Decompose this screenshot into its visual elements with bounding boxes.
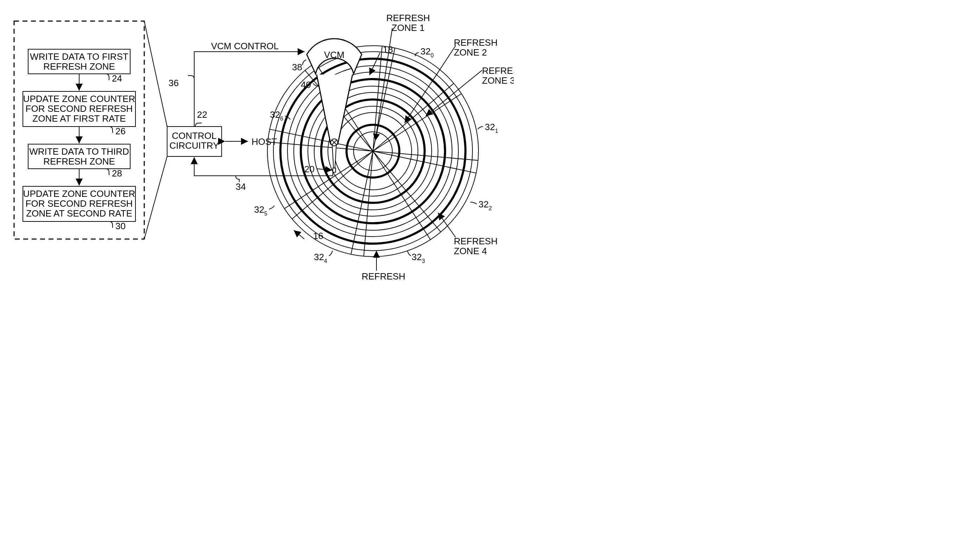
vcm-control-line: VCM CONTROL 36 <box>168 41 305 127</box>
s323s: 3 <box>422 258 425 264</box>
svg-text:322: 322 <box>479 199 492 211</box>
zonen-label: REFRESH <box>362 271 405 281</box>
flow-step2-text: UPDATE ZONE COUNTER <box>23 93 135 104</box>
diagram: WRITE DATA TO FIRSTREFRESH ZONE 24 UPDAT… <box>0 0 514 281</box>
svg-text:REFRESHZONE 2: REFRESHZONE 2 <box>454 37 498 58</box>
s325s: 5 <box>264 210 267 217</box>
s324: 32 <box>314 252 324 262</box>
svg-text:UPDATE ZONE COUNTERFOR SECOND : UPDATE ZONE COUNTERFOR SECOND REFRESHZON… <box>23 93 135 124</box>
s321: 32 <box>485 122 495 132</box>
flow-ref-24: 24 <box>112 73 122 84</box>
flow-ref-30: 30 <box>116 221 125 231</box>
ref-18: 18 <box>383 44 393 55</box>
svg-text:323: 323 <box>412 252 425 264</box>
disk: REFRESHZONE 1 REFRESHZONE 2 REFRESHZONE … <box>254 13 514 281</box>
s324s: 4 <box>324 258 327 264</box>
flow-step4: UPDATE ZONE COUNTERFOR SECOND REFRESHZON… <box>23 186 135 231</box>
ref-36: 36 <box>168 78 179 88</box>
host-link: HOST <box>225 136 277 147</box>
flow-step1-line1: WRITE DATA TO FIRST <box>30 51 128 62</box>
svg-text:REFRESHZONE 3: REFRESHZONE 3 <box>482 65 514 86</box>
vcm-label: VCM <box>324 49 344 60</box>
ref-16: 16 <box>313 231 323 241</box>
svg-text:REFRESHZONE N: REFRESHZONE N <box>362 271 405 281</box>
svg-text:321: 321 <box>485 122 498 134</box>
flow-ref-28: 28 <box>112 168 122 179</box>
s326: 32 <box>270 109 280 120</box>
vcm-assembly: VCM 38 40 20 <box>292 39 362 174</box>
svg-text:REFRESHZONE 4: REFRESHZONE 4 <box>454 236 498 256</box>
svg-line-48 <box>438 213 455 237</box>
sector-labels: 320 321 322 323 324 325 326 32N <box>254 44 498 264</box>
svg-text:325: 325 <box>254 204 267 217</box>
s323: 32 <box>412 252 422 262</box>
svg-text:320: 320 <box>420 46 434 59</box>
ref-34: 34 <box>236 181 246 192</box>
zone4-label: REFRESH <box>454 236 498 247</box>
zone1-label: REFRESH <box>386 13 430 23</box>
svg-rect-65 <box>333 168 336 172</box>
zone2-label: REFRESH <box>454 37 498 48</box>
svg-line-1 <box>144 157 167 239</box>
s326s: 6 <box>280 115 283 122</box>
control-ref-22: 22 <box>197 109 207 120</box>
zone3-label: REFRESH <box>482 65 514 76</box>
vcm-control-label: VCM CONTROL <box>211 41 279 51</box>
s320s: 0 <box>431 52 434 59</box>
svg-text:324: 324 <box>314 252 327 264</box>
s322s: 2 <box>489 205 492 211</box>
flow-step3-text: WRITE DATA TO THIRD <box>29 146 129 157</box>
svg-line-47 <box>426 70 482 116</box>
svg-line-0 <box>144 21 167 127</box>
svg-text:WRITE DATA TO FIRSTREFRESH ZON: WRITE DATA TO FIRSTREFRESH ZONE <box>30 51 128 72</box>
flow-ref-26: 26 <box>116 126 125 136</box>
control-label: CONTROL <box>172 130 216 141</box>
svg-text:CONTROLCIRCUITRY: CONTROLCIRCUITRY <box>169 130 219 151</box>
ref-38: 38 <box>292 62 302 73</box>
svg-text:REFRESHZONE 1: REFRESHZONE 1 <box>386 13 430 33</box>
ref-40: 40 <box>301 79 311 90</box>
s321s: 1 <box>495 128 498 134</box>
flow-step4-text: UPDATE ZONE COUNTER <box>23 188 135 199</box>
s322: 32 <box>479 199 489 209</box>
ref-20: 20 <box>305 164 314 174</box>
s320: 32 <box>420 46 431 57</box>
svg-line-50 <box>294 230 305 239</box>
svg-text:WRITE DATA TO THIRDREFRESH ZON: WRITE DATA TO THIRDREFRESH ZONE <box>29 146 129 167</box>
svg-text:UPDATE ZONE COUNTERFOR SECOND : UPDATE ZONE COUNTERFOR SECOND REFRESHZON… <box>23 188 135 219</box>
svg-text:326: 326 <box>270 109 283 122</box>
s325: 32 <box>254 204 264 215</box>
svg-line-46 <box>404 46 455 123</box>
